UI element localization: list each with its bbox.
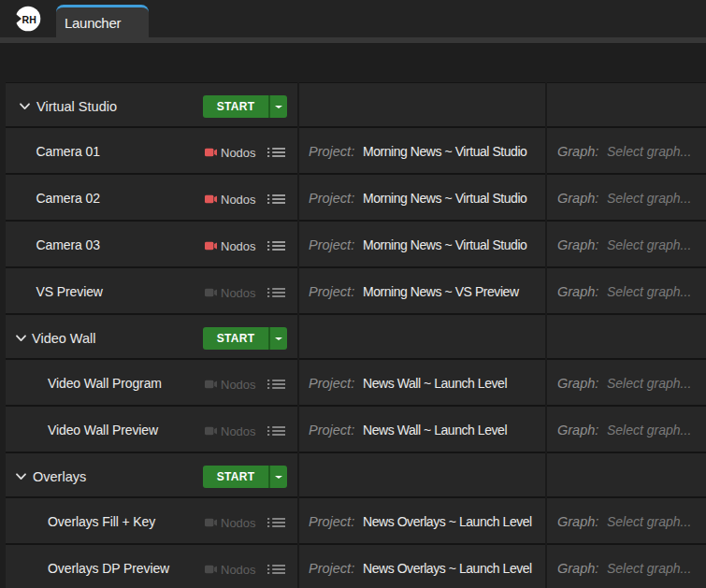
- svg-text:RH: RH: [22, 14, 36, 25]
